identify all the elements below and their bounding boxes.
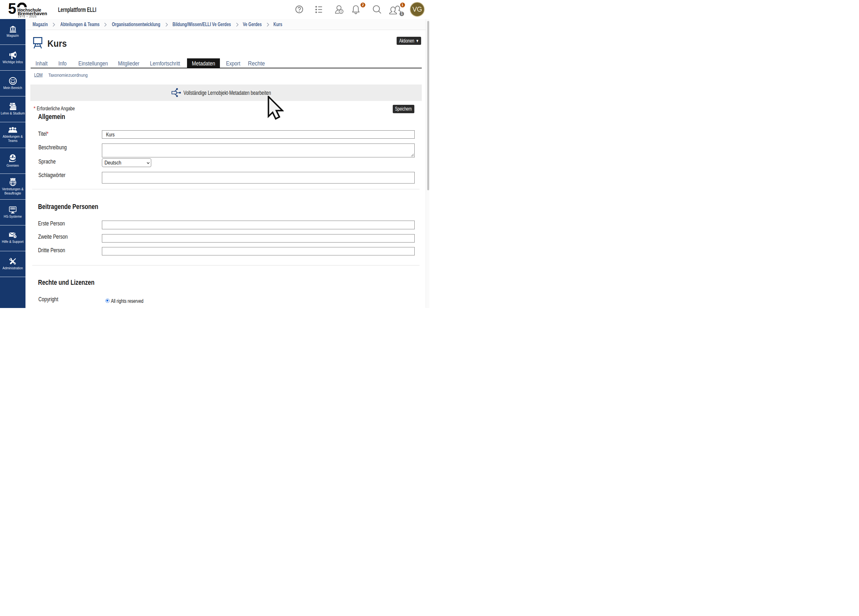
svg-text:?: ?	[14, 235, 16, 238]
